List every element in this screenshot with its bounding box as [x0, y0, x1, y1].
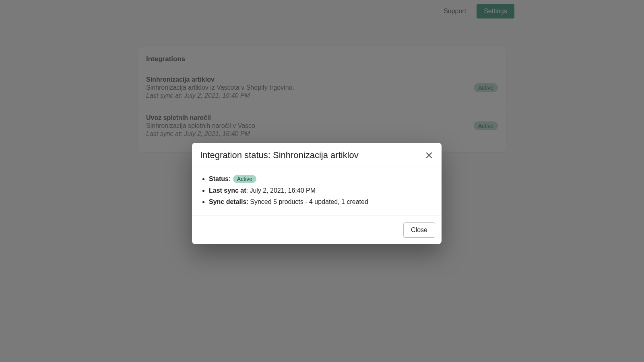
modal-sync-details-row: Sync details: Synced 5 products - 4 upda… — [209, 196, 433, 208]
modal-last-sync-row: Last sync at: July 2, 2021, 16:40 PM — [209, 185, 433, 196]
modal-sync-details-label: Sync details — [209, 198, 246, 205]
modal-header: Integration status: Sinhronizacija artik… — [192, 143, 442, 167]
modal-status-label: Status — [209, 175, 229, 182]
modal-body: Status: Active Last sync at: July 2, 202… — [192, 167, 442, 216]
modal-title: Integration status: Sinhronizacija artik… — [200, 150, 359, 160]
close-button[interactable]: Close — [403, 222, 435, 238]
modal-status-row: Status: Active — [209, 173, 433, 185]
modal-status-badge: Active — [233, 175, 256, 183]
modal-last-sync-label: Last sync at — [209, 187, 246, 194]
modal-overlay[interactable]: Integration status: Sinhronizacija artik… — [0, 0, 644, 362]
modal-footer: Close — [192, 216, 442, 244]
integration-status-modal: Integration status: Sinhronizacija artik… — [192, 143, 442, 244]
close-icon[interactable] — [425, 151, 433, 160]
modal-last-sync-value: July 2, 2021, 16:40 PM — [250, 187, 316, 194]
modal-sync-details-value: Synced 5 products - 4 updated, 1 created — [250, 198, 368, 205]
